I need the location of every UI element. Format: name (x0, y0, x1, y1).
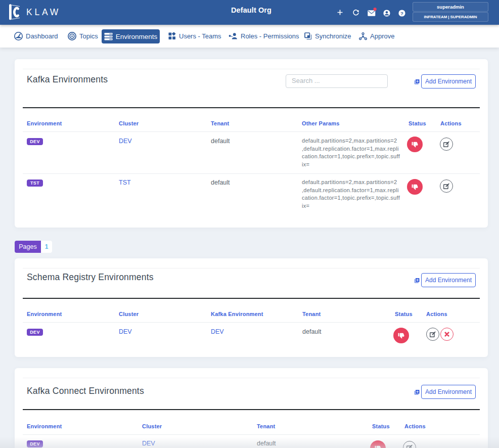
svg-text:?: ? (400, 10, 403, 16)
